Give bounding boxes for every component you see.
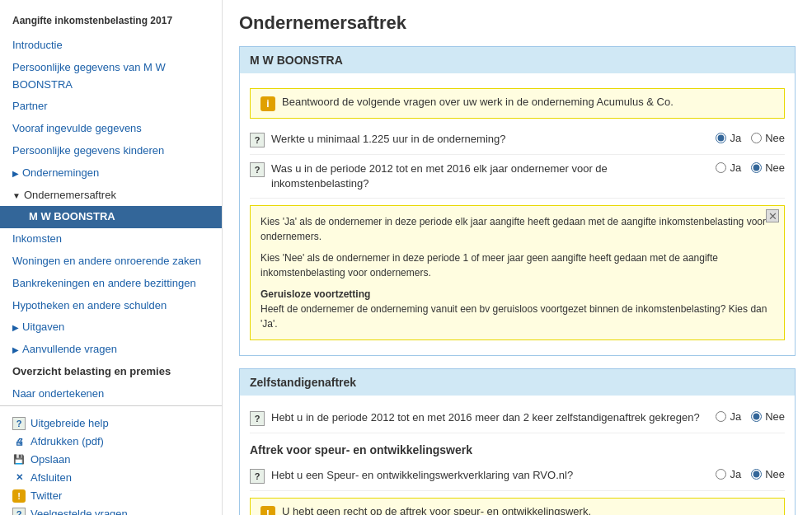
radio-nee-3[interactable] [751, 411, 762, 422]
sidebar-item-vooraf[interactable]: Vooraf ingevulde gegevens [0, 118, 222, 140]
main-content: Ondernemersaftrek M W BOONSTRA i Beantwo… [223, 0, 812, 515]
sidebar-item-woningen[interactable]: Woningen en andere onroerende zaken [0, 250, 222, 273]
faq-icon: ? [12, 508, 26, 515]
radio-nee-4-label[interactable]: Nee [751, 468, 785, 480]
sidebar-item-persoonlijk[interactable]: Persoonlijke gegevens van M W BOONSTRA [0, 57, 222, 96]
tooltip-para3: Geruisloze voortzetting Heeft de onderne… [260, 287, 774, 331]
tooltip-para3-text: Heeft de ondernemer de onderneming vanui… [260, 303, 767, 330]
question-row-3: ? Hebt u in de periode 2012 tot en met 2… [250, 404, 785, 433]
sidebar-item-mw-boonstra[interactable]: M W BOONSTRA [0, 206, 222, 228]
radio-nee-1[interactable] [751, 133, 762, 143]
warning-box: ! U hebt geen recht op de aftrek voor sp… [250, 498, 785, 515]
radio-group-3: Ja Nee [716, 410, 785, 423]
tooltip-box: ✕ Kies 'Ja' als de ondernemer in deze pe… [250, 205, 785, 340]
radio-nee-4[interactable] [751, 469, 762, 480]
arrow-icon-2: ▶ [12, 321, 19, 335]
close-icon: ✕ [12, 471, 26, 485]
tooltip-bold-title: Geruisloze voortzetting [260, 288, 370, 300]
radio-nee-3-label[interactable]: Nee [751, 410, 785, 423]
sidebar-print-button[interactable]: 🖨 Afdrukken (pdf) [0, 433, 222, 451]
sidebar-bottom: ? Uitgebreide help 🖨 Afdrukken (pdf) 💾 O… [0, 405, 222, 515]
question-mark-icon-4: ? [250, 469, 265, 484]
sidebar-title: Aangifte inkomstenbelasting 2017 [0, 8, 222, 35]
tooltip-para1: Kies 'Ja' als de ondernemer in deze peri… [260, 214, 774, 244]
question-text-2: Was u in de periode 2012 tot en met 2016… [271, 162, 701, 191]
sidebar-faq-button[interactable]: ? Veelgestelde vragen [0, 505, 222, 515]
question-row-2: ? Was u in de periode 2012 tot en met 20… [250, 155, 785, 199]
warning-text: U hebt geen recht op de aftrek voor speu… [282, 505, 591, 515]
sidebar-help-button[interactable]: ? Uitgebreide help [0, 414, 222, 433]
print-icon: 🖨 [12, 435, 26, 448]
tooltip-para2: Kies 'Nee' als de ondernemer in deze per… [260, 250, 774, 280]
sidebar: Aangifte inkomstenbelasting 2017 Introdu… [0, 0, 223, 515]
question-mark-icon-2: ? [250, 162, 265, 177]
question-row-4: ? Hebt u een Speur- en ontwikkelingswerk… [250, 461, 785, 491]
section-body-1: i Beantwoord de volgende vragen over uw … [240, 73, 795, 355]
sidebar-item-hypotheken[interactable]: Hypotheken en andere schulden [0, 295, 222, 317]
radio-ja-3-label[interactable]: Ja [716, 410, 741, 423]
radio-ja-1-label[interactable]: Ja [716, 132, 741, 144]
radio-ja-1[interactable] [716, 133, 726, 143]
sidebar-item-ondernemersaftrek[interactable]: ▼Ondernemersaftrek [0, 185, 222, 207]
radio-group-2: Ja Nee [716, 162, 785, 174]
radio-ja-2[interactable] [716, 162, 726, 173]
question-text-3: Hebt u in de periode 2012 tot en met 201… [271, 410, 701, 425]
radio-ja-2-label[interactable]: Ja [716, 162, 741, 174]
sidebar-item-ondernemingen[interactable]: ▶Ondernemingen [0, 162, 222, 185]
question-text-1: Werkte u minimaal 1.225 uur in de ondern… [271, 132, 701, 147]
info-i-icon: i [260, 96, 275, 111]
radio-group-1: Ja Nee [716, 132, 785, 144]
radio-ja-3[interactable] [716, 411, 726, 422]
sidebar-item-ondertekenen[interactable]: Naar ondertekenen [0, 383, 222, 405]
sidebar-twitter-button[interactable]: ! Twitter [0, 487, 222, 505]
section-zelfstandigenaftrek: Zelfstandigenaftrek ? Hebt u in de perio… [239, 368, 796, 515]
section-header-2: Zelfstandigenaftrek [240, 369, 795, 396]
sidebar-item-introductie[interactable]: Introductie [0, 35, 222, 57]
sidebar-save-button[interactable]: 💾 Opslaan [0, 451, 222, 469]
radio-group-4: Ja Nee [716, 468, 785, 480]
question-row-1: ? Werkte u minimaal 1.225 uur in de onde… [250, 125, 785, 155]
info-text: Beantwoord de volgende vragen over uw we… [282, 96, 674, 108]
section-mw-boonstra: M W BOONSTRA i Beantwoord de volgende vr… [239, 46, 796, 356]
question-mark-icon-1: ? [250, 133, 265, 147]
warning-exclamation-icon: ! [260, 506, 275, 515]
arrow-icon-3: ▶ [12, 344, 19, 357]
info-icon: ! [12, 489, 26, 503]
radio-ja-4-label[interactable]: Ja [716, 468, 741, 480]
arrow-icon: ▶ [12, 167, 19, 180]
arrow-open-icon: ▼ [12, 190, 21, 203]
question-mark-icon-3: ? [250, 411, 265, 426]
sidebar-item-aanvullende[interactable]: ▶Aanvullende vragen [0, 339, 222, 361]
radio-nee-2-label[interactable]: Nee [751, 162, 785, 174]
question-icon: ? [12, 417, 26, 430]
page-title: Ondernemersaftrek [239, 12, 796, 34]
sidebar-close-button[interactable]: ✕ Afsluiten [0, 469, 222, 487]
sidebar-item-overzicht[interactable]: Overzicht belasting en premies [0, 361, 222, 383]
sidebar-item-kinderen[interactable]: Persoonlijke gegevens kinderen [0, 140, 222, 162]
sidebar-item-inkomsten[interactable]: Inkomsten [0, 228, 222, 250]
section-header-1: M W BOONSTRA [240, 47, 795, 73]
tooltip-close-button[interactable]: ✕ [766, 209, 779, 222]
sidebar-item-partner[interactable]: Partner [0, 96, 222, 118]
save-icon: 💾 [12, 453, 26, 466]
radio-ja-4[interactable] [716, 469, 726, 480]
info-box-acumulus: i Beantwoord de volgende vragen over uw … [250, 88, 785, 119]
question-text-4: Hebt u een Speur- en ontwikkelingswerkve… [271, 468, 701, 483]
sidebar-item-uitgaven[interactable]: ▶Uitgaven [0, 316, 222, 339]
section-body-2: ? Hebt u in de periode 2012 tot en met 2… [240, 396, 795, 515]
radio-nee-2[interactable] [751, 162, 762, 173]
radio-nee-1-label[interactable]: Nee [751, 132, 785, 144]
sidebar-item-bankrekeningen[interactable]: Bankrekeningen en andere bezittingen [0, 273, 222, 295]
subsection-title: Aftrek voor speur- en ontwikkelingswerk [250, 443, 785, 456]
